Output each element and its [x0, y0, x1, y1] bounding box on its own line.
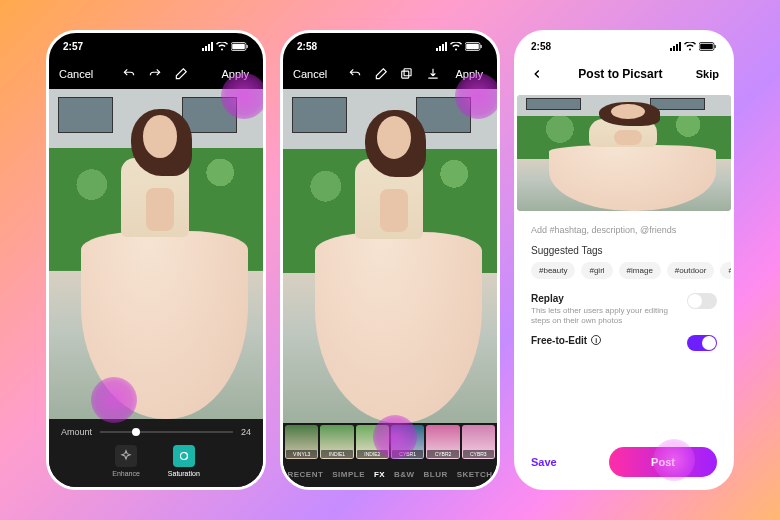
phone-screen-1: 2:57 Cancel Apply Amount 24 Enhance [46, 30, 266, 490]
post-preview[interactable] [517, 95, 731, 211]
fx-thumb[interactable]: INDIE1 [320, 425, 353, 459]
preview-canvas[interactable] [283, 89, 497, 423]
fx-thumb[interactable]: VINYL3 [285, 425, 318, 459]
clock: 2:58 [297, 41, 317, 52]
replay-toggle[interactable] [687, 293, 717, 309]
download-icon[interactable] [425, 66, 441, 82]
undo-icon[interactable] [347, 66, 363, 82]
wifi-icon [450, 42, 462, 51]
eraser-icon[interactable] [173, 66, 189, 82]
clock: 2:57 [63, 41, 83, 52]
fx-cat[interactable]: B&W [394, 470, 415, 479]
fx-cat[interactable]: BLUR [424, 470, 448, 479]
tag-chip[interactable]: #outdoor [667, 262, 715, 279]
amount-slider[interactable] [100, 431, 233, 433]
wifi-icon [684, 42, 696, 51]
svg-rect-10 [700, 43, 713, 49]
tool-saturation-label: Saturation [168, 470, 200, 477]
fx-thumb[interactable]: CYBR2 [426, 425, 459, 459]
svg-rect-2 [247, 45, 248, 48]
hashtag-input[interactable]: Add #hashtag, description, @friends [517, 221, 731, 245]
layers-icon[interactable] [399, 66, 415, 82]
apply-button[interactable]: Apply [217, 68, 253, 80]
fx-thumb-selected[interactable]: INDIE2 [356, 425, 389, 459]
fx-cat[interactable]: SIMPLE [332, 470, 365, 479]
replay-row: Replay This lets other users apply your … [517, 289, 731, 331]
svg-rect-11 [715, 45, 716, 48]
cancel-button[interactable]: Cancel [293, 68, 327, 80]
svg-rect-1 [232, 43, 245, 49]
signal-icon [202, 42, 213, 51]
status-bar: 2:57 [49, 33, 263, 59]
fx-bottom-panel: VINYL3 INDIE1 INDIE2 CYBR1 CYBR2 CYBR3 R… [283, 423, 497, 487]
battery-icon [699, 42, 717, 51]
svg-rect-5 [466, 43, 479, 49]
back-icon[interactable] [529, 66, 545, 82]
wifi-icon [216, 42, 228, 51]
free-to-edit-row: Free-to-Editi [517, 331, 731, 355]
cancel-button[interactable]: Cancel [59, 68, 93, 80]
info-icon[interactable]: i [591, 335, 601, 345]
amount-label: Amount [61, 427, 92, 437]
post-button[interactable]: Post [609, 447, 717, 477]
replay-title: Replay [531, 293, 679, 304]
preview-canvas[interactable] [49, 89, 263, 419]
status-bar: 2:58 [517, 33, 731, 59]
tag-chip[interactable]: #image [619, 262, 661, 279]
tag-chip[interactable]: #beauty [531, 262, 575, 279]
phone-screen-2: 2:58 Cancel Apply VINYL3 INDIE1 INDIE2 C… [280, 30, 500, 490]
save-button[interactable]: Save [531, 456, 557, 468]
fx-categories: RECENT SIMPLE FX B&W BLUR SKETCH [283, 461, 497, 487]
battery-icon [231, 42, 249, 51]
replay-desc: This lets other users apply your editing… [531, 306, 679, 327]
svg-rect-8 [402, 71, 409, 78]
signal-icon [436, 42, 447, 51]
battery-icon [465, 42, 483, 51]
undo-icon[interactable] [121, 66, 137, 82]
status-bar: 2:58 [283, 33, 497, 59]
fx-thumb[interactable]: CYBR1 [391, 425, 424, 459]
suggested-tags-label: Suggested Tags [517, 245, 731, 262]
post-bottom-bar: Save Post [517, 447, 731, 487]
signal-icon [670, 42, 681, 51]
skip-button[interactable]: Skip [696, 68, 719, 80]
fx-thumb[interactable]: CYBR3 [462, 425, 495, 459]
editor-bottom-panel: Amount 24 Enhance Saturation [49, 419, 263, 487]
phone-screen-3: 2:58 Post to Picsart Skip Add #hashtag, … [514, 30, 734, 490]
tool-saturation[interactable]: Saturation [168, 445, 200, 477]
redo-icon[interactable] [147, 66, 163, 82]
suggested-tags: #beauty #girl #image #outdoor #afternoon… [517, 262, 731, 289]
page-title: Post to Picsart [578, 67, 662, 81]
amount-value: 24 [241, 427, 251, 437]
apply-button[interactable]: Apply [451, 68, 487, 80]
free-to-edit-toggle[interactable] [687, 335, 717, 351]
fx-cat[interactable]: SKETCH [457, 470, 493, 479]
editor-top-bar: Cancel Apply [49, 59, 263, 89]
tag-chip[interactable]: #afternoon [720, 262, 731, 279]
fx-cat[interactable]: RECENT [287, 470, 323, 479]
fx-thumbnails: VINYL3 INDIE1 INDIE2 CYBR1 CYBR2 CYBR3 [283, 423, 497, 461]
tag-chip[interactable]: #girl [581, 262, 612, 279]
tool-enhance-label: Enhance [112, 470, 140, 477]
editor-top-bar: Cancel Apply [283, 59, 497, 89]
eraser-icon[interactable] [373, 66, 389, 82]
post-top-bar: Post to Picsart Skip [517, 59, 731, 89]
clock: 2:58 [531, 41, 551, 52]
tool-enhance[interactable]: Enhance [112, 445, 140, 477]
svg-rect-7 [405, 69, 412, 76]
fx-cat-active[interactable]: FX [374, 470, 385, 479]
svg-rect-6 [481, 45, 482, 48]
free-to-edit-title: Free-to-Edit [531, 335, 587, 346]
